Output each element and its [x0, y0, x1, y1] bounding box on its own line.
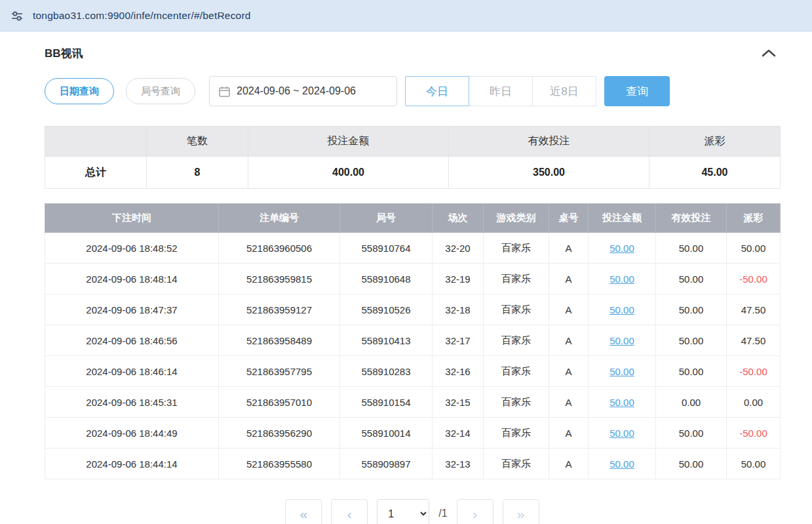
header-session: 场次 — [433, 204, 484, 233]
table-row: 2024-09-06 18:47:37 521863959127 5589105… — [45, 294, 781, 325]
bet-amount-cell: 50.00 — [589, 418, 656, 449]
header-bet-amount: 投注金额 — [589, 204, 656, 233]
bet-amount-cell: 50.00 — [589, 387, 656, 418]
table-row: 2024-09-06 18:45:31 521863957010 5589101… — [45, 387, 781, 418]
total-payout: 45.00 — [649, 157, 781, 189]
bet-id: 521863960506 — [219, 233, 340, 264]
table-no: A — [549, 233, 589, 264]
date-range-input[interactable]: 2024-09-06 ~ 2024-09-06 — [209, 76, 397, 106]
bet-id: 521863957010 — [219, 387, 340, 418]
site-settings-icon[interactable] — [10, 9, 24, 22]
bet-amount-cell: 50.00 — [589, 356, 656, 387]
valid-bet: 50.00 — [656, 449, 727, 479]
bet-record-table: 下注时间 注单编号 局号 场次 游戏类别 桌号 投注金额 有效投注 派彩 202… — [45, 203, 781, 479]
table-row: 2024-09-06 18:44:14 521863955580 5589098… — [45, 449, 781, 479]
bet-amount-cell: 50.00 — [589, 233, 656, 264]
game-type: 百家乐 — [484, 233, 549, 264]
valid-bet: 50.00 — [656, 356, 727, 387]
bet-amount-link[interactable]: 50.00 — [609, 243, 634, 254]
round-no: 558909897 — [340, 449, 433, 479]
valid-bet: 50.00 — [656, 325, 727, 356]
table-row: 2024-09-06 18:46:14 521863957795 5589102… — [45, 356, 781, 387]
last-page-button[interactable]: » — [503, 499, 539, 524]
session: 32-20 — [433, 233, 484, 264]
game-type: 百家乐 — [484, 449, 549, 479]
table-row: 2024-09-06 18:48:52 521863960506 5589107… — [45, 233, 781, 264]
summary-header-bet-amount: 投注金额 — [248, 127, 449, 157]
first-page-button[interactable]: « — [285, 499, 322, 524]
bet-time: 2024-09-06 18:47:37 — [45, 294, 219, 325]
summary-total-row: 总计 8 400.00 350.00 45.00 — [45, 157, 781, 189]
panel-header: BB视讯 — [45, 45, 780, 62]
round-no: 558910413 — [340, 325, 433, 356]
last8days-button[interactable]: 近8日 — [532, 76, 596, 106]
bet-id: 521863955580 — [219, 449, 340, 479]
bet-id: 521863959127 — [219, 294, 340, 325]
header-table-no: 桌号 — [549, 204, 589, 233]
header-round-no: 局号 — [340, 204, 433, 233]
header-payout: 派彩 — [727, 204, 781, 233]
header-bet-id: 注单编号 — [219, 204, 340, 233]
payout: -50.00 — [727, 356, 781, 387]
address-bar: tongbao31.com:9900/infe/mcenter/#/betRec… — [0, 0, 812, 31]
valid-bet: 50.00 — [656, 264, 727, 294]
date-query-tab[interactable]: 日期查询 — [45, 78, 114, 104]
today-button[interactable]: 今日 — [405, 76, 469, 106]
page-title: BB视讯 — [45, 46, 83, 61]
game-type: 百家乐 — [484, 294, 549, 325]
search-button[interactable]: 查询 — [604, 76, 670, 106]
bet-amount-link[interactable]: 50.00 — [609, 335, 634, 346]
bet-amount-link[interactable]: 50.00 — [609, 273, 634, 285]
bet-time: 2024-09-06 18:44:14 — [45, 449, 219, 479]
prev-page-button[interactable]: ‹ — [331, 499, 368, 524]
session: 32-18 — [433, 294, 484, 325]
bet-id: 521863957795 — [219, 356, 340, 387]
bet-amount-link[interactable]: 50.00 — [609, 397, 634, 408]
game-type: 百家乐 — [484, 264, 549, 294]
next-page-button[interactable]: › — [457, 499, 493, 524]
yesterday-button[interactable]: 昨日 — [469, 76, 533, 106]
table-no: A — [549, 356, 589, 387]
round-no: 558910526 — [340, 294, 433, 325]
bet-time: 2024-09-06 18:44:49 — [45, 418, 219, 449]
round-no: 558910154 — [340, 387, 433, 418]
bet-time: 2024-09-06 18:48:52 — [45, 233, 219, 264]
table-row: 2024-09-06 18:46:56 521863958489 5589104… — [45, 325, 781, 356]
bet-amount-cell: 50.00 — [589, 449, 656, 479]
session: 32-14 — [433, 418, 484, 449]
session: 32-19 — [433, 264, 484, 294]
bet-amount-link[interactable]: 50.00 — [609, 304, 634, 315]
session: 32-17 — [433, 325, 484, 356]
bet-amount-link[interactable]: 50.00 — [609, 458, 634, 470]
collapse-chevron-icon[interactable] — [762, 47, 776, 59]
table-no: A — [549, 325, 589, 356]
bet-time: 2024-09-06 18:46:56 — [45, 325, 219, 356]
total-label: 总计 — [45, 157, 147, 189]
round-query-tab[interactable]: 局号查询 — [126, 78, 195, 104]
round-no: 558910014 — [340, 418, 433, 449]
pagination: « ‹ 1 /1 › » — [45, 499, 780, 524]
game-type: 百家乐 — [484, 325, 549, 356]
payout: 50.00 — [727, 449, 781, 479]
table-header-row: 下注时间 注单编号 局号 场次 游戏类别 桌号 投注金额 有效投注 派彩 — [45, 204, 781, 233]
bet-amount-cell: 50.00 — [589, 264, 656, 294]
header-bet-time: 下注时间 — [45, 204, 219, 233]
bet-amount-link[interactable]: 50.00 — [609, 366, 634, 377]
calendar-icon — [219, 86, 230, 97]
valid-bet: 50.00 — [656, 233, 727, 264]
payout: -50.00 — [727, 264, 781, 294]
table-row: 2024-09-06 18:44:49 521863956290 5589100… — [45, 418, 781, 449]
summary-header-corner — [45, 127, 147, 157]
round-no: 558910764 — [340, 233, 433, 264]
date-range-value: 2024-09-06 ~ 2024-09-06 — [237, 85, 356, 97]
url-text[interactable]: tongbao31.com:9900/infe/mcenter/#/betRec… — [33, 10, 251, 22]
total-bet-amount: 400.00 — [248, 157, 449, 189]
game-type: 百家乐 — [484, 356, 549, 387]
page-select[interactable]: 1 — [377, 499, 429, 524]
table-no: A — [549, 387, 589, 418]
filter-bar: 日期查询 局号查询 2024-09-06 ~ 2024-09-06 今日 昨日 … — [45, 76, 780, 106]
bet-amount-link[interactable]: 50.00 — [609, 428, 634, 439]
page-total: /1 — [438, 499, 447, 524]
table-no: A — [549, 294, 589, 325]
total-valid-bet: 350.00 — [449, 157, 649, 189]
